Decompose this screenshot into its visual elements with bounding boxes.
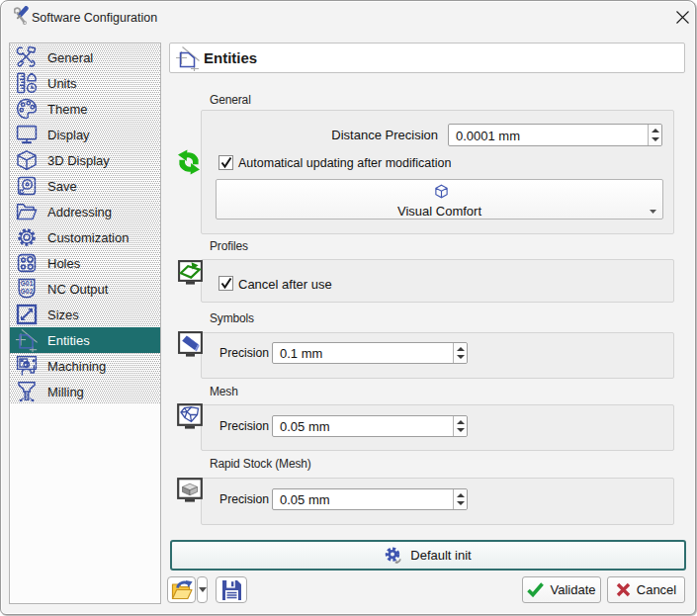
svg-text:G01: G01 (21, 280, 34, 287)
svg-text:G02: G02 (21, 288, 34, 295)
